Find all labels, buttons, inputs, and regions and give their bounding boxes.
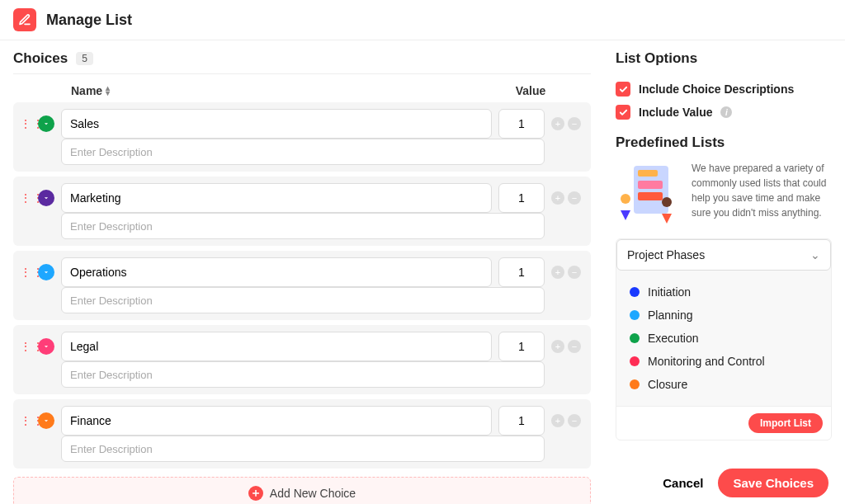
add-choice-icon[interactable]: + [551, 117, 564, 130]
options-panel: List Options Include Choice Descriptions… [616, 50, 832, 504]
predefined-list-item: Planning [628, 304, 819, 327]
color-dot-icon [630, 333, 640, 343]
include-value-label: Include Value [639, 106, 712, 119]
edit-list-icon [13, 8, 36, 31]
choice-row: ⋮⋮ + − [13, 399, 591, 469]
svg-point-5 [662, 197, 672, 207]
choice-value-input[interactable] [498, 183, 545, 213]
predefined-list-item: Execution [628, 327, 819, 350]
predefined-list-item: Closure [628, 373, 819, 396]
predefined-item-label: Planning [648, 309, 693, 322]
drag-handle-icon[interactable]: ⋮⋮ [20, 109, 31, 130]
svg-point-4 [621, 194, 630, 204]
remove-choice-icon[interactable]: − [568, 117, 581, 130]
add-new-choice-button[interactable]: ＋ Add New Choice [13, 477, 591, 504]
predefined-selected-label: Project Phases [627, 248, 705, 261]
predefined-item-label: Closure [648, 378, 687, 391]
choice-color-tag[interactable] [38, 338, 54, 355]
predefined-list-select[interactable]: Project Phases ⌄ [616, 239, 831, 271]
color-dot-icon [630, 379, 640, 389]
drag-handle-icon[interactable]: ⋮⋮ [20, 257, 31, 279]
predefined-list-item: Monitoring and Control [628, 350, 819, 373]
predefined-intro-text: We have prepared a variety of commonly u… [692, 161, 832, 220]
predefined-heading: Predefined Lists [616, 134, 832, 151]
svg-rect-2 [638, 181, 663, 189]
choices-panel: Choices 5 Name ▴▾ Value ⋮⋮ + − [13, 50, 591, 504]
remove-choice-icon[interactable]: − [568, 340, 581, 353]
choice-color-tag[interactable] [38, 412, 54, 429]
add-choice-icon[interactable]: + [551, 266, 564, 279]
predefined-item-label: Initiation [648, 285, 691, 299]
svg-rect-3 [638, 192, 663, 200]
choice-row: ⋮⋮ + − [13, 102, 591, 172]
choice-color-tag[interactable] [38, 190, 54, 206]
remove-choice-icon[interactable]: − [568, 191, 581, 205]
info-icon[interactable]: i [720, 106, 732, 118]
include-descriptions-label: Include Choice Descriptions [639, 82, 794, 96]
drag-handle-icon[interactable]: ⋮⋮ [20, 332, 31, 353]
column-value-label: Value [503, 84, 558, 97]
predefined-box: Project Phases ⌄ InitiationPlanningExecu… [616, 238, 832, 440]
choice-row: ⋮⋮ + − [13, 325, 591, 394]
drag-handle-icon[interactable]: ⋮⋮ [20, 183, 31, 205]
choice-description-input[interactable] [61, 361, 545, 388]
list-options-heading: List Options [616, 50, 832, 72]
choice-row: ⋮⋮ + − [13, 251, 591, 320]
page-title: Manage List [46, 12, 132, 29]
choice-description-input[interactable] [61, 213, 545, 239]
choice-value-input[interactable] [498, 257, 545, 287]
choice-description-input[interactable] [61, 287, 545, 313]
choice-value-input[interactable] [498, 332, 545, 361]
drag-handle-icon[interactable]: ⋮⋮ [20, 406, 31, 427]
choice-description-input[interactable] [61, 436, 545, 462]
add-choice-icon[interactable]: + [551, 191, 564, 205]
cancel-button[interactable]: Cancel [663, 476, 703, 490]
predefined-illustration [616, 161, 682, 227]
remove-choice-icon[interactable]: − [568, 414, 581, 427]
choices-count-badge: 5 [76, 52, 93, 65]
choice-name-input[interactable] [61, 406, 492, 436]
choice-color-tag[interactable] [38, 115, 54, 132]
sort-icon[interactable]: ▴▾ [106, 86, 110, 96]
choice-name-input[interactable] [61, 257, 492, 287]
predefined-item-label: Execution [648, 332, 698, 345]
import-list-button[interactable]: Import List [748, 413, 823, 433]
svg-rect-1 [638, 170, 658, 177]
choice-name-input[interactable] [61, 332, 492, 361]
choice-name-input[interactable] [61, 183, 492, 213]
choices-heading: Choices [13, 50, 68, 67]
choice-row: ⋮⋮ + − [13, 177, 591, 246]
predefined-item-label: Monitoring and Control [648, 355, 765, 368]
plus-icon: ＋ [248, 486, 263, 501]
color-dot-icon [630, 356, 640, 366]
columns-header: Name ▴▾ Value [13, 81, 591, 102]
chevron-down-icon: ⌄ [810, 248, 820, 261]
color-dot-icon [630, 310, 640, 320]
save-choices-button[interactable]: Save Choices [718, 469, 828, 497]
remove-choice-icon[interactable]: − [568, 266, 581, 279]
predefined-list-item: Initiation [628, 280, 819, 304]
choice-description-input[interactable] [61, 139, 545, 165]
add-choice-icon[interactable]: + [551, 340, 564, 353]
choice-value-input[interactable] [498, 109, 545, 139]
choice-color-tag[interactable] [38, 264, 54, 280]
column-name-label[interactable]: Name [71, 84, 102, 97]
header: Manage List [0, 0, 845, 40]
footer: Cancel Save Choices [663, 469, 828, 497]
choice-value-input[interactable] [498, 406, 545, 436]
choice-name-input[interactable] [61, 109, 492, 139]
include-descriptions-checkbox[interactable] [616, 82, 630, 97]
add-choice-icon[interactable]: + [551, 414, 564, 427]
color-dot-icon [630, 287, 640, 297]
add-new-choice-label: Add New Choice [270, 487, 356, 500]
include-value-checkbox[interactable] [616, 105, 630, 120]
